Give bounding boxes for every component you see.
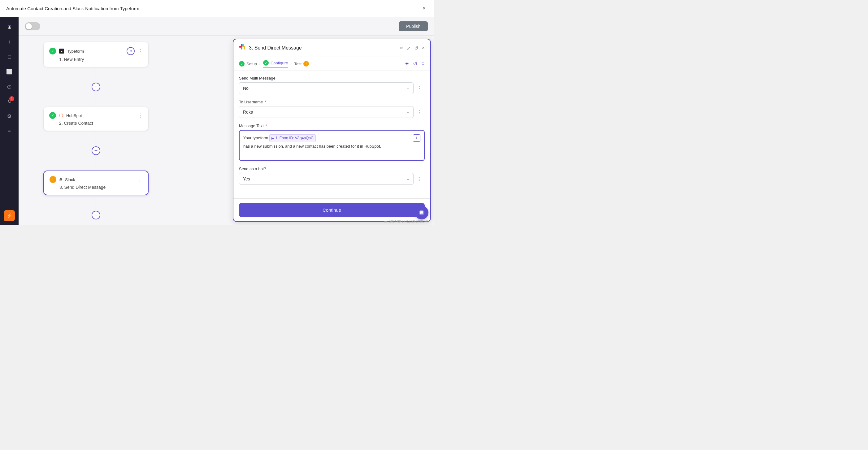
node-typeform[interactable]: ✓ Typeform ⊕ ⋮ 1. New Entry — [43, 42, 149, 67]
nav-action-star[interactable]: ✦ — [405, 60, 409, 67]
connector-3: + — [92, 195, 100, 219]
field-select-multi-message[interactable]: No ⌄ — [239, 82, 413, 94]
add-step-3[interactable]: + — [92, 211, 100, 219]
message-textarea[interactable]: Your typeform ▶ 1. Form ID: VAg4pQnC has… — [239, 130, 425, 161]
field-value-to-username: Reka — [243, 109, 253, 115]
panel-expand-icon[interactable]: ⤢ — [406, 45, 410, 51]
badge-count: 1 — [9, 96, 14, 101]
panel-slack-icon — [239, 44, 246, 52]
nav-action-circle[interactable]: ○ — [421, 60, 425, 67]
chevron-to-username: ⌄ — [406, 110, 409, 114]
add-step-1[interactable]: + — [92, 83, 100, 91]
field-value-send-as-bot: Yes — [243, 176, 250, 181]
nav-label-setup: Setup — [246, 62, 257, 66]
connector-1: + — [92, 67, 100, 107]
sidebar-item-list[interactable]: ≡ — [3, 125, 16, 137]
chat-bubble-button[interactable] — [415, 206, 428, 219]
title-bar: Automate Contact Creation and Slack Noti… — [0, 0, 434, 17]
toolbar: Publish — [19, 17, 434, 36]
msg-text-2: has a new submission, and a new contact … — [243, 143, 381, 150]
nav-arrow-2: › — [290, 62, 291, 66]
connector-line-2b — [96, 155, 96, 170]
nav-action-refresh[interactable]: ↺ — [413, 60, 417, 67]
svg-rect-1 — [239, 46, 242, 47]
node-app-name-2: HubSpot — [66, 113, 135, 118]
node-header-3: ! # Slack ⋮ — [50, 176, 143, 183]
sidebar-item-calendar[interactable]: ⬜ — [3, 65, 16, 78]
workflow-nodes: ✓ Typeform ⊕ ⋮ 1. New Entry + ✓ ⬡ — [43, 42, 149, 219]
trigger-icon: ⊕ — [127, 47, 135, 55]
field-dots-send-as-bot[interactable]: ⋮ — [415, 174, 425, 184]
nav-step-test[interactable]: Test ! — [294, 61, 309, 67]
version-info: ver. 2024-09-27T12:23-24300704 — [383, 220, 430, 223]
panel-nav-actions: ✦ ↺ ○ — [405, 60, 425, 67]
node-step-3: 3. Send Direct Message — [59, 185, 143, 190]
active-toggle[interactable] — [25, 22, 40, 30]
field-label-send-as-bot: Send as a bot? — [239, 166, 425, 171]
chevron-send-as-bot: ⌄ — [406, 177, 409, 181]
msg-tag-form-id[interactable]: ▶ 1. Form ID: VAg4pQnC — [269, 134, 315, 142]
canvas: ✓ Typeform ⊕ ⋮ 1. New Entry + ✓ ⬡ — [19, 36, 434, 225]
field-select-to-username[interactable]: Reka ⌄ — [239, 106, 413, 118]
field-group-send-as-bot: Send as a bot? Yes ⌄ ⋮ — [239, 166, 425, 185]
node-menu-1[interactable]: ⋮ — [138, 48, 143, 54]
nav-label-test: Test — [294, 62, 302, 66]
nav-arrow-1: › — [259, 62, 261, 66]
connector-2: + — [92, 131, 100, 170]
field-row-to-username: Reka ⌄ ⋮ — [239, 106, 425, 118]
node-step-2: 2. Create Contact — [59, 121, 143, 126]
close-button[interactable]: × — [421, 5, 428, 12]
field-label-multi-message: Send Multi Message — [239, 76, 425, 81]
panel-header: 3. Send Direct Message ✏ ⤢ ↺ × — [234, 39, 430, 57]
svg-rect-3 — [244, 47, 245, 50]
svg-rect-5 — [239, 47, 242, 48]
sidebar-item-grid[interactable]: ⊞ — [3, 21, 16, 33]
field-row-send-as-bot: Yes ⌄ ⋮ — [239, 173, 425, 185]
field-group-to-username: To Username * Reka ⌄ ⋮ — [239, 100, 425, 118]
field-label-to-username: To Username * — [239, 100, 425, 104]
sidebar-item-upload[interactable]: ↑ — [3, 36, 16, 48]
main-content: Publish ✓ Typeform ⊕ ⋮ 1. New Entry + — [19, 17, 434, 225]
right-panel: 3. Send Direct Message ✏ ⤢ ↺ × ✓ Setup ›… — [233, 39, 431, 222]
field-group-message-text: Message Text * Your typeform ▶ 1. Form I… — [239, 124, 425, 161]
add-step-2[interactable]: + — [92, 147, 100, 155]
node-status-check-2: ✓ — [49, 112, 56, 119]
field-dots-multi-message[interactable]: ⋮ — [415, 83, 425, 93]
continue-button[interactable]: Continue — [239, 203, 425, 217]
msg-add-button[interactable]: + — [413, 134, 421, 142]
publish-button[interactable]: Publish — [399, 21, 428, 31]
node-hubspot[interactable]: ✓ ⬡ HubSpot ⋮ 2. Create Contact — [43, 107, 149, 131]
panel-refresh-icon[interactable]: ↺ — [414, 45, 418, 51]
connector-line-1b — [96, 91, 96, 107]
msg-text-1: Your typeform — [243, 135, 268, 141]
field-select-send-as-bot[interactable]: Yes ⌄ — [239, 173, 413, 185]
node-status-warning-3: ! — [50, 176, 56, 183]
window-title: Automate Contact Creation and Slack Noti… — [6, 6, 139, 11]
nav-check-configure: ✓ — [263, 60, 269, 66]
panel-edit-icon[interactable]: ✏ — [400, 45, 403, 51]
sidebar-item-gear[interactable]: ⚙ — [3, 110, 16, 122]
sidebar-item-sync[interactable]: ↻ 1 — [3, 95, 16, 107]
node-menu-3[interactable]: ⋮ — [137, 177, 143, 183]
field-group-multi-message: Send Multi Message No ⌄ ⋮ — [239, 76, 425, 94]
node-header-2: ✓ ⬡ HubSpot ⋮ — [49, 112, 143, 119]
node-slack[interactable]: ! # Slack ⋮ 3. Send Direct Message — [43, 170, 149, 195]
typeform-logo — [59, 49, 64, 54]
node-header-1: ✓ Typeform ⊕ ⋮ — [49, 47, 143, 55]
panel-close-icon[interactable]: × — [422, 45, 425, 51]
node-app-name-3: Slack — [65, 177, 134, 182]
msg-tag-label: 1. Form ID: VAg4pQnC — [275, 135, 313, 141]
field-row-multi-message: No ⌄ ⋮ — [239, 82, 425, 94]
sidebar-item-chat[interactable]: ◻ — [3, 51, 16, 63]
nav-label-configure: Configure — [271, 61, 288, 65]
field-dots-to-username[interactable]: ⋮ — [415, 107, 425, 117]
msg-tag-typeform-icon: ▶ — [272, 136, 274, 141]
nav-step-setup[interactable]: ✓ Setup — [239, 61, 257, 67]
node-step-1: 1. New Entry — [59, 57, 143, 62]
sidebar-item-clock[interactable]: ◷ — [3, 80, 16, 93]
node-menu-2[interactable]: ⋮ — [138, 112, 143, 119]
sidebar-logo-button[interactable]: ⚡ — [4, 210, 15, 221]
nav-step-configure[interactable]: ✓ Configure — [263, 60, 288, 67]
sidebar: ⊞ ↑ ◻ ⬜ ◷ ↻ 1 ⚙ ≡ ⚡ — [0, 17, 19, 225]
required-message-text: * — [266, 124, 267, 128]
